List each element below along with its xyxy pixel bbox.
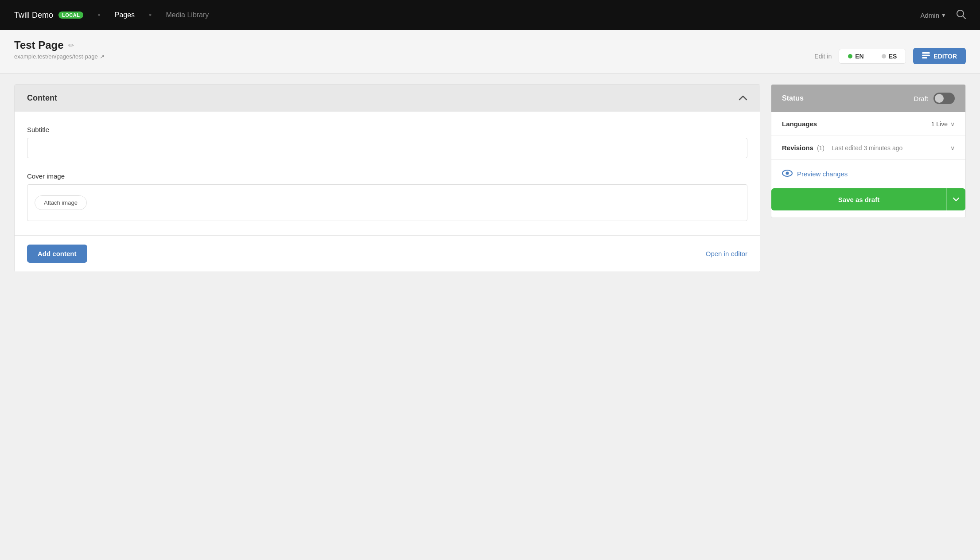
sub-header: Test Page ✏ example.test/en/pages/test-p… — [0, 30, 980, 74]
draft-toggle[interactable] — [933, 93, 955, 104]
svg-rect-2 — [922, 52, 930, 54]
save-as-draft-button[interactable]: Save as draft — [771, 188, 946, 210]
save-draft-chevron-button[interactable] — [946, 188, 965, 210]
revisions-chevron[interactable]: ∨ — [950, 144, 955, 152]
subtitle-field-group: Subtitle — [27, 126, 747, 158]
page-url: example.test/en/pages/test-page ↗ — [14, 53, 105, 60]
es-label: ES — [889, 53, 897, 60]
languages-value: 1 Live — [931, 121, 948, 128]
main-area: Content Subtitle Cover image Attach imag… — [0, 74, 980, 283]
languages-chevron: ∨ — [950, 121, 955, 128]
svg-rect-4 — [922, 57, 927, 58]
nav-separator: • — [97, 11, 100, 20]
languages-section: Languages 1 Live ∨ — [771, 112, 965, 136]
brand: Twill Demo LOCAL — [14, 11, 83, 20]
editor-button[interactable]: EDITOR — [913, 48, 966, 64]
search-icon[interactable] — [956, 9, 966, 21]
add-content-button[interactable]: Add content — [27, 245, 87, 263]
lang-switcher: EN ES — [839, 49, 906, 64]
ext-link-icon[interactable]: ↗ — [100, 53, 105, 60]
content-header: Content — [15, 85, 760, 112]
content-panel: Content Subtitle Cover image Attach imag… — [14, 84, 760, 272]
lang-btn-es[interactable]: ES — [873, 49, 906, 63]
edit-title-icon[interactable]: ✏ — [68, 41, 74, 50]
svg-point-0 — [957, 10, 964, 17]
svg-rect-3 — [922, 55, 930, 56]
languages-label: Languages — [782, 120, 817, 128]
preview-changes-link[interactable]: Preview changes — [782, 169, 955, 179]
draft-area: Draft — [914, 93, 955, 104]
cover-image-label: Cover image — [27, 172, 747, 180]
save-container: Save as draft — [771, 188, 965, 218]
status-row: Status Draft — [771, 85, 965, 112]
preview-label: Preview changes — [797, 170, 848, 178]
nav-dot2: • — [149, 11, 152, 20]
content-footer: Add content Open in editor — [15, 235, 760, 272]
revisions-label: Revisions — [782, 144, 813, 152]
en-label: EN — [855, 53, 863, 60]
collapse-icon[interactable] — [739, 93, 747, 103]
subtitle-input[interactable] — [27, 138, 747, 158]
local-badge: LOCAL — [58, 12, 83, 19]
nav-media-library[interactable]: Media Library — [166, 11, 209, 19]
open-in-editor-link[interactable]: Open in editor — [706, 250, 747, 257]
admin-chevron: ▾ — [942, 11, 945, 19]
content-body: Subtitle Cover image Attach image — [15, 112, 760, 235]
content-title: Content — [27, 93, 57, 103]
page-url-text: example.test/en/pages/test-page — [14, 53, 98, 60]
languages-value-area[interactable]: 1 Live ∨ — [931, 121, 955, 128]
edit-in-bar: Edit in EN ES EDITOR — [814, 39, 966, 73]
last-edited: Last edited 3 minutes ago — [832, 144, 902, 152]
nav-pages[interactable]: Pages — [115, 11, 135, 19]
en-dot — [848, 54, 852, 58]
admin-menu[interactable]: Admin ▾ — [920, 11, 945, 19]
svg-line-1 — [963, 16, 966, 19]
image-upload-area: Attach image — [27, 184, 747, 221]
revisions-section: Revisions (1) Last edited 3 minutes ago … — [771, 136, 965, 160]
admin-label: Admin — [920, 12, 939, 19]
editor-icon — [922, 52, 930, 60]
nav-right: Admin ▾ — [920, 9, 966, 21]
subtitle-label: Subtitle — [27, 126, 747, 133]
preview-section: Preview changes — [771, 160, 965, 188]
page-title: Test Page — [14, 39, 64, 51]
draft-label: Draft — [914, 95, 928, 102]
status-label: Status — [782, 94, 804, 102]
attach-image-button[interactable]: Attach image — [35, 195, 87, 210]
top-nav: Twill Demo LOCAL • Pages • Media Library… — [0, 0, 980, 30]
save-row: Save as draft — [771, 188, 965, 210]
editor-btn-label: EDITOR — [933, 53, 957, 60]
es-dot — [882, 54, 886, 58]
revision-count: (1) — [817, 144, 824, 152]
lang-btn-en[interactable]: EN — [839, 49, 872, 63]
eye-icon — [782, 169, 793, 179]
toggle-slider — [933, 93, 955, 104]
edit-in-label: Edit in — [814, 53, 832, 60]
page-title-area: Test Page ✏ example.test/en/pages/test-p… — [14, 39, 105, 67]
page-title-row: Test Page ✏ — [14, 39, 105, 51]
cover-image-field-group: Cover image Attach image — [27, 172, 747, 221]
brand-name: Twill Demo — [14, 11, 53, 20]
svg-point-6 — [786, 172, 789, 175]
sidebar-panel: Status Draft Languages 1 Live ∨ Revision… — [771, 84, 966, 218]
